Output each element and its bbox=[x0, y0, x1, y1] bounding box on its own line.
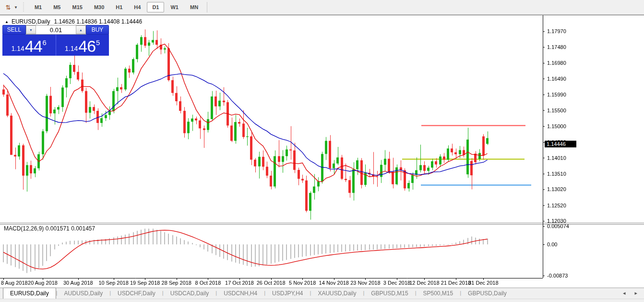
buy-price-pip: 5 bbox=[96, 35, 100, 51]
date-axis-label: 20 Aug 2018 bbox=[28, 280, 58, 286]
buy-price-button[interactable]: 1.14 46 5 bbox=[56, 35, 109, 56]
chevron-down-icon[interactable]: ▼ bbox=[14, 5, 18, 10]
price-axis-label: 1.17970 bbox=[547, 28, 566, 34]
timeframe-button-m30[interactable]: M30 bbox=[89, 2, 109, 12]
chart-ohlc-values: 1.14626 1.14836 1.14408 1.14446 bbox=[54, 18, 143, 25]
chart-tab-gbpusd-m15[interactable]: GBPUSD,M15 bbox=[364, 289, 415, 299]
date-axis-label: 30 Aug 2018 bbox=[63, 280, 93, 286]
macd-indicator-label: MACD(12,26,9) 0.001571 0.001457 bbox=[4, 225, 95, 232]
timeframe-button-h1[interactable]: H1 bbox=[110, 2, 128, 12]
chart-tab-sp500-m15[interactable]: SP500,M15 bbox=[417, 289, 460, 299]
current-price-badge: 1.14446 bbox=[545, 141, 576, 147]
price-axis-label: 1.13510 bbox=[547, 171, 566, 177]
macd-axis-label: 0.005074 bbox=[547, 223, 569, 229]
timeframe-toolbar: ⇅ ▼ M1M5M15M30H1H4D1W1MN bbox=[0, 0, 644, 15]
volume-decrease-icon[interactable]: ▼ bbox=[26, 25, 36, 34]
macd-value-main: 0.001571 bbox=[46, 225, 70, 232]
date-axis-label: 8 Oct 2018 bbox=[195, 280, 221, 286]
chart-title: ▲ EURUSD,Daily 1.14626 1.14836 1.14408 1… bbox=[5, 18, 142, 25]
chart-tab-audusd-daily[interactable]: AUDUSD,Daily bbox=[58, 289, 110, 299]
price-axis-label: 1.17480 bbox=[547, 44, 566, 50]
volume-value[interactable]: 0.01 bbox=[36, 25, 76, 34]
date-axis-label: 23 Nov 2018 bbox=[350, 280, 380, 286]
chart-tab-usdcad-daily[interactable]: USDCAD,Daily bbox=[164, 289, 216, 299]
macd-axis-label: 0.00 bbox=[547, 242, 557, 247]
chart-window: ▲ EURUSD,Daily 1.14626 1.14836 1.14408 1… bbox=[0, 15, 644, 288]
timeframe-button-w1[interactable]: W1 bbox=[165, 2, 184, 12]
sell-price-pip: 6 bbox=[43, 35, 47, 51]
macd-axis-label: -0.00873 bbox=[547, 273, 568, 278]
chart-tab-usdjpy-h4[interactable]: USDJPY,H4 bbox=[265, 289, 310, 299]
chart-tools-group: ⇅ ▼ bbox=[4, 3, 18, 12]
timeframe-buttons: M1M5M15M30H1H4D1W1MN bbox=[29, 2, 204, 12]
price-axis-label: 1.13020 bbox=[547, 186, 566, 192]
date-axis-label: 19 Sep 2018 bbox=[130, 280, 160, 286]
sell-price-main: 44 bbox=[25, 38, 42, 54]
date-axis-label: 26 Oct 2018 bbox=[257, 280, 286, 286]
chart-tab-usdchf-daily[interactable]: USDCHF,Daily bbox=[111, 289, 162, 299]
timeframe-button-m15[interactable]: M15 bbox=[67, 2, 87, 12]
chart-tab-gbpusd-daily[interactable]: GBPUSD,Daily bbox=[461, 289, 513, 299]
status-bar bbox=[0, 299, 644, 302]
one-click-trading-panel: SELL ▼ 0.01 ▲ BUY 1.14 44 6 1.14 46 5 bbox=[2, 25, 109, 72]
date-axis-label: 17 Oct 2018 bbox=[225, 280, 254, 286]
volume-stepper: ▼ 0.01 ▲ bbox=[26, 25, 86, 35]
date-axis-label: 21 Dec 2018 bbox=[441, 280, 471, 286]
price-axis-label: 1.14010 bbox=[547, 155, 566, 161]
price-axis-label: 1.15990 bbox=[547, 92, 566, 97]
date-axis-label: 8 Aug 2018 bbox=[1, 280, 28, 286]
date-axis-label: 31 Dec 2018 bbox=[468, 280, 498, 286]
date-axis-label: 5 Nov 2018 bbox=[289, 280, 316, 286]
toolbar-separator bbox=[207, 2, 207, 12]
chart-tools-icon[interactable]: ⇅ bbox=[4, 3, 12, 12]
price-axis-label: 1.12520 bbox=[547, 203, 566, 208]
date-axis-label: 12 Dec 2018 bbox=[409, 280, 439, 286]
collapse-panel-icon[interactable]: ▲ bbox=[5, 20, 9, 24]
sell-price-button[interactable]: 1.14 44 6 bbox=[2, 35, 56, 56]
timeframe-button-m5[interactable]: M5 bbox=[48, 2, 66, 12]
timeframe-button-mn[interactable]: MN bbox=[185, 2, 203, 12]
sell-price-prefix: 1.14 bbox=[12, 43, 24, 54]
chart-tab-usdcnh-h4[interactable]: USDCNH,H4 bbox=[217, 289, 264, 299]
macd-value-signal: 0.001457 bbox=[71, 225, 95, 232]
macd-name: MACD(12,26,9) bbox=[4, 225, 44, 232]
timeframe-button-h4[interactable]: H4 bbox=[129, 2, 146, 12]
chart-tab-bar: EURUSD,Daily|AUDUSD,Daily|USDCHF,Daily|U… bbox=[0, 288, 644, 299]
chart-symbol-label: EURUSD,Daily bbox=[12, 18, 50, 25]
price-axis-label: 1.16980 bbox=[547, 60, 566, 66]
buy-price-prefix: 1.14 bbox=[65, 43, 78, 54]
price-axis-label: 1.15500 bbox=[547, 108, 566, 113]
sell-button[interactable]: SELL bbox=[2, 25, 26, 35]
price-axis-label: 1.15000 bbox=[547, 123, 566, 129]
tab-scroll-arrows[interactable]: ◂ ▸ bbox=[623, 290, 641, 296]
date-axis-label: 10 Sep 2018 bbox=[98, 280, 128, 286]
date-axis-label: 28 Sep 2018 bbox=[162, 280, 191, 286]
volume-increase-icon[interactable]: ▲ bbox=[76, 25, 86, 34]
toolbar-grip[interactable] bbox=[23, 2, 25, 12]
date-axis-label: 3 Dec 2018 bbox=[383, 280, 410, 286]
chart-tab-xauusd-daily[interactable]: XAUUSD,Daily bbox=[311, 289, 363, 299]
buy-button[interactable]: BUY bbox=[86, 25, 109, 35]
date-axis-label: 14 Nov 2018 bbox=[319, 280, 349, 286]
timeframe-button-d1[interactable]: D1 bbox=[147, 2, 164, 12]
buy-price-main: 46 bbox=[78, 38, 95, 54]
chart-tab-eurusd-daily[interactable]: EURUSD,Daily bbox=[3, 288, 56, 299]
price-axis-label: 1.16490 bbox=[547, 76, 566, 82]
mt4-window: ⇅ ▼ M1M5M15M30H1H4D1W1MN ▲ EURUSD,Daily … bbox=[0, 0, 644, 302]
timeframe-button-m1[interactable]: M1 bbox=[29, 2, 47, 12]
